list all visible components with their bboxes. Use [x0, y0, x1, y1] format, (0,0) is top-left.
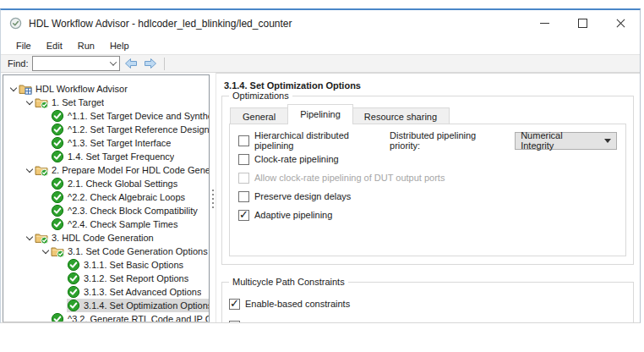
- minimize-button[interactable]: [526, 10, 564, 36]
- window-controls: [526, 10, 640, 36]
- pipelining-tab-pane: Hierarchical distributed pipelining Dist…: [229, 124, 626, 256]
- toolbar-separator: [164, 58, 165, 70]
- menu-edit[interactable]: Edit: [39, 38, 70, 53]
- tree-item-1-4[interactable]: 1.4. Set Target Frequency: [3, 150, 209, 163]
- row-register-to-register-path-info: Register-to-register path info: [229, 315, 625, 322]
- chevron-down-icon: [110, 58, 117, 65]
- minimize-icon: [540, 23, 549, 24]
- row-clock-rate-pipelining: Clock-rate pipelining: [238, 150, 617, 168]
- check-circle-icon: [51, 150, 64, 163]
- distributed-pipelining-priority-dropdown[interactable]: Numerical Integrity: [515, 132, 617, 150]
- find-label: Find:: [8, 58, 28, 69]
- check-circle-icon: [51, 123, 64, 136]
- row-hierarchical-distributed-pipelining: Hierarchical distributed pipelining Dist…: [238, 131, 617, 150]
- splitter-grip-icon: [212, 187, 214, 211]
- close-button[interactable]: [602, 10, 640, 36]
- row-adaptive-pipelining: Adaptive pipelining: [238, 206, 617, 224]
- row-allow-clock-rate-pipelining-dut: Allow clock-rate pipelining of DUT outpu…: [238, 168, 617, 187]
- tree-item-3-2[interactable]: ^3.2. Generate RTL Code and IP Core: [3, 312, 209, 322]
- tab-general[interactable]: General: [230, 107, 288, 124]
- expander-icon[interactable]: [41, 246, 51, 256]
- check-circle-icon: [51, 190, 64, 204]
- adaptive-pipelining-checkbox[interactable]: [238, 210, 249, 221]
- multicycle-path-constraints-group: Multicycle Path Constraints Enable-based…: [221, 282, 634, 322]
- check-circle-icon: [67, 285, 80, 299]
- main-area: HDL Workflow Advisor 1. Set Target ^1.1.…: [1, 73, 640, 322]
- find-dropdown-button[interactable]: [107, 57, 119, 70]
- menu-help[interactable]: Help: [102, 38, 137, 53]
- clock-rate-pipelining-checkbox[interactable]: [238, 154, 249, 165]
- menu-file[interactable]: File: [8, 38, 39, 53]
- window-title: HDL Workflow Advisor - hdlcoder_led_blin…: [29, 18, 292, 30]
- tree-item-1-2[interactable]: ^1.2. Set Target Reference Design: [3, 123, 209, 136]
- find-next-button[interactable]: [142, 57, 159, 71]
- folder-check-icon: [35, 96, 48, 109]
- hierarchical-distributed-pipelining-checkbox[interactable]: [238, 135, 249, 146]
- tree-item-3-1-4-selected[interactable]: 3.1.4. Set Optimization Options: [3, 299, 209, 312]
- find-previous-button[interactable]: [123, 57, 139, 71]
- folder-check-icon: [51, 245, 64, 258]
- tree-item-2-1[interactable]: 2.1. Check Global Settings: [3, 177, 209, 190]
- tree-item-1-3[interactable]: ^1.3. Set Target Interface: [3, 136, 209, 150]
- folder-grid-icon: [19, 82, 32, 96]
- distributed-pipelining-priority-label: Distributed pipelining priority:: [390, 130, 508, 151]
- check-circle-icon: [51, 109, 64, 123]
- maximize-icon: [578, 19, 587, 28]
- task-heading: 3.1.4. Set Optimization Options: [224, 80, 361, 91]
- find-combobox[interactable]: [32, 56, 120, 71]
- tree-item-2-3[interactable]: ^2.3. Check Block Compatibility: [3, 204, 209, 217]
- desktop: { "window": { "title": "HDL Workflow Adv…: [0, 0, 644, 352]
- app-icon: [9, 17, 22, 30]
- task-panel: 3.1.4. Set Optimization Options Optimiza…: [216, 73, 640, 322]
- optimizations-tabs: General Pipelining Resource sharing: [230, 104, 450, 124]
- tab-pipelining[interactable]: Pipelining: [287, 104, 353, 124]
- check-circle-icon: [51, 312, 64, 322]
- find-toolbar: Find:: [1, 55, 640, 73]
- dropdown-arrow-icon: [604, 139, 611, 143]
- check-circle-icon: [67, 272, 80, 285]
- tree-item-2-prepare-model[interactable]: 2. Prepare Model For HDL Code Generation: [3, 163, 209, 177]
- tree-item-hdl-workflow-advisor[interactable]: HDL Workflow Advisor: [3, 82, 209, 96]
- preserve-design-delays-checkbox[interactable]: [238, 191, 249, 202]
- expander-icon[interactable]: [8, 84, 19, 94]
- close-icon: [616, 19, 625, 28]
- folder-check-icon: [35, 163, 48, 177]
- arrow-right-icon: [143, 57, 158, 70]
- tree-item-3-1-1[interactable]: 3.1.1. Set Basic Options: [3, 258, 209, 272]
- tree-item-1-1[interactable]: ^1.1. Set Target Device and Synthesis To…: [3, 109, 209, 123]
- title-bar: HDL Workflow Advisor - hdlcoder_led_blin…: [1, 10, 640, 36]
- workflow-tree-panel: HDL Workflow Advisor 1. Set Target ^1.1.…: [3, 74, 210, 322]
- optimizations-group-label: Optimizations: [229, 91, 292, 101]
- find-input[interactable]: [33, 58, 107, 69]
- tree-item-2-4[interactable]: ^2.4. Check Sample Times: [3, 217, 209, 231]
- expander-icon[interactable]: [25, 97, 35, 107]
- allow-clock-rate-pipelining-dut-checkbox: [238, 173, 249, 184]
- check-circle-icon: [51, 204, 64, 217]
- check-circle-icon: [67, 299, 80, 312]
- check-circle-icon: [67, 258, 80, 272]
- check-circle-icon: [51, 136, 64, 150]
- tree-item-3-1-3[interactable]: 3.1.3. Set Advanced Options: [3, 285, 209, 299]
- check-circle-icon: [51, 177, 64, 190]
- tree-item-1-set-target[interactable]: 1. Set Target: [3, 96, 209, 109]
- arrow-left-icon: [123, 57, 139, 70]
- workflow-tree: HDL Workflow Advisor 1. Set Target ^1.1.…: [3, 82, 209, 322]
- row-enable-based-constraints: Enable-based constraints: [229, 293, 625, 315]
- enable-based-constraints-checkbox[interactable]: [229, 299, 240, 310]
- expander-icon[interactable]: [25, 233, 35, 243]
- register-to-register-path-info-checkbox[interactable]: [229, 321, 240, 323]
- tree-item-3-1-2[interactable]: 3.1.2. Set Report Options: [3, 272, 209, 285]
- folder-check-icon: [35, 231, 48, 245]
- maximize-button[interactable]: [564, 10, 602, 36]
- tree-item-3-1[interactable]: 3.1. Set Code Generation Options: [3, 245, 209, 258]
- row-preserve-design-delays: Preserve design delays: [238, 187, 617, 206]
- menu-run[interactable]: Run: [70, 38, 102, 53]
- tree-item-2-2[interactable]: ^2.2. Check Algebraic Loops: [3, 190, 209, 204]
- multicycle-group-label: Multicycle Path Constraints: [229, 277, 348, 287]
- hdl-workflow-advisor-window: HDL Workflow Advisor - hdlcoder_led_blin…: [0, 8, 641, 323]
- tab-resource-sharing[interactable]: Resource sharing: [352, 107, 450, 124]
- check-circle-icon: [51, 217, 64, 231]
- menu-bar: File Edit Run Help: [1, 36, 640, 55]
- tree-item-3-hdl-code-generation[interactable]: 3. HDL Code Generation: [3, 231, 209, 245]
- expander-icon[interactable]: [25, 165, 35, 175]
